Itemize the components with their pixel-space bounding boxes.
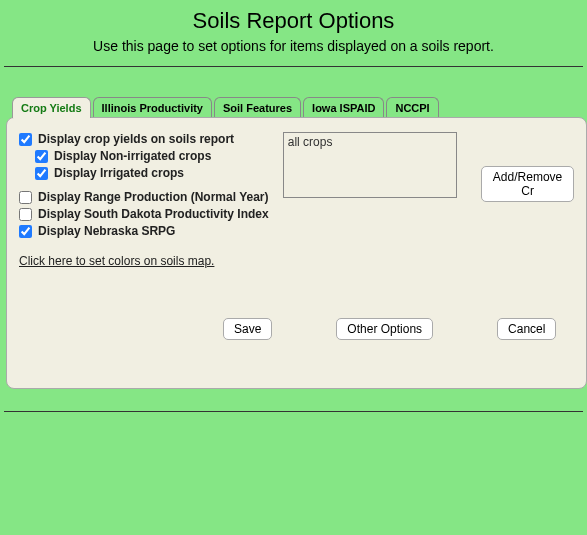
page-title: Soils Report Options: [0, 8, 587, 34]
label-south-dakota: Display South Dakota Productivity Index: [38, 207, 269, 221]
listbox-item-all-crops[interactable]: all crops: [288, 135, 452, 149]
tab-panel: Display crop yields on soils report Disp…: [6, 117, 587, 389]
add-remove-wrap: Add/Remove Cr: [471, 132, 574, 202]
option-south-dakota[interactable]: Display South Dakota Productivity Index: [19, 207, 269, 221]
checkbox-irrigated[interactable]: [35, 167, 48, 180]
tabs-container: Crop Yields Illinois Productivity Soil F…: [6, 97, 587, 389]
checkbox-non-irrigated[interactable]: [35, 150, 48, 163]
save-button[interactable]: Save: [223, 318, 272, 340]
header-divider: [4, 66, 583, 67]
action-buttons: Save Other Options Cancel: [223, 318, 574, 340]
tab-bar: Crop Yields Illinois Productivity Soil F…: [6, 97, 587, 118]
label-non-irrigated: Display Non-irrigated crops: [54, 149, 211, 163]
tab-crop-yields[interactable]: Crop Yields: [12, 97, 91, 118]
label-display-crop-yields: Display crop yields on soils report: [38, 132, 234, 146]
crops-listbox[interactable]: all crops: [283, 132, 457, 198]
checkbox-range-production[interactable]: [19, 191, 32, 204]
option-range-production[interactable]: Display Range Production (Normal Year): [19, 190, 269, 204]
option-display-crop-yields[interactable]: Display crop yields on soils report: [19, 132, 269, 146]
other-options-button[interactable]: Other Options: [336, 318, 433, 340]
other-options-group: Display Range Production (Normal Year) D…: [19, 190, 269, 238]
option-non-irrigated[interactable]: Display Non-irrigated crops: [35, 149, 269, 163]
crop-yields-group: Display crop yields on soils report Disp…: [19, 132, 269, 180]
checkbox-display-crop-yields[interactable]: [19, 133, 32, 146]
add-remove-crops-button[interactable]: Add/Remove Cr: [481, 166, 574, 202]
content-row: Display crop yields on soils report Disp…: [19, 132, 574, 268]
tab-nccpi[interactable]: NCCPI: [386, 97, 438, 118]
colors-link[interactable]: Click here to set colors on soils map.: [19, 254, 214, 268]
checkbox-south-dakota[interactable]: [19, 208, 32, 221]
options-column: Display crop yields on soils report Disp…: [19, 132, 269, 268]
tab-illinois-productivity[interactable]: Illinois Productivity: [93, 97, 212, 118]
page-header: Soils Report Options Use this page to se…: [0, 0, 587, 66]
label-nebraska: Display Nebraska SRPG: [38, 224, 175, 238]
label-range-production: Display Range Production (Normal Year): [38, 190, 269, 204]
cancel-button[interactable]: Cancel: [497, 318, 556, 340]
tab-iowa-ispaid[interactable]: Iowa ISPAID: [303, 97, 384, 118]
option-nebraska[interactable]: Display Nebraska SRPG: [19, 224, 269, 238]
tab-soil-features[interactable]: Soil Features: [214, 97, 301, 118]
colors-link-row: Click here to set colors on soils map.: [19, 254, 269, 268]
label-irrigated: Display Irrigated crops: [54, 166, 184, 180]
option-irrigated[interactable]: Display Irrigated crops: [35, 166, 269, 180]
page-subtitle: Use this page to set options for items d…: [0, 38, 587, 60]
checkbox-nebraska[interactable]: [19, 225, 32, 238]
footer-divider: [4, 411, 583, 412]
